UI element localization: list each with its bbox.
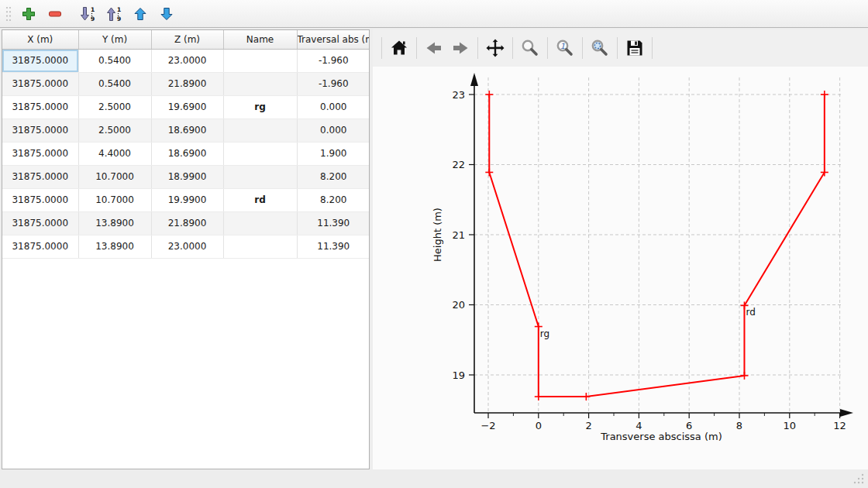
table-cell[interactable]: 8.200 <box>297 188 370 211</box>
plot-figure[interactable]: −20246810121920212223Transverse abscissa… <box>373 67 868 469</box>
x-tick-label: 2 <box>585 420 591 431</box>
zoom-selection-button[interactable] <box>587 35 613 61</box>
table-cell[interactable]: 18.6900 <box>151 119 223 142</box>
sort-asc-icon: 1 9 <box>105 5 122 22</box>
cross-section-chart[interactable]: −20246810121920212223Transverse abscissa… <box>373 67 868 469</box>
table-cell[interactable] <box>223 165 297 188</box>
table-cell[interactable]: rd <box>223 188 297 211</box>
svg-text:9: 9 <box>91 15 95 22</box>
table-cell[interactable]: -1.960 <box>297 72 370 95</box>
table-cell[interactable]: 11.390 <box>297 211 370 235</box>
column-header-z[interactable]: Z (m) <box>151 30 223 49</box>
back-view-button[interactable] <box>421 35 447 61</box>
table-cell[interactable]: 31875.0000 <box>2 119 78 142</box>
pan-button[interactable] <box>482 35 508 61</box>
table-cell[interactable] <box>223 235 297 258</box>
arrow-down-icon <box>159 6 174 22</box>
plot-panel: 1 <box>373 29 868 469</box>
points-table-panel: X (m) Y (m) Z (m) Name Traversal abs (m)… <box>2 29 370 469</box>
table-row: 31875.000013.890023.000011.390 <box>2 235 370 258</box>
application-window: 1 9 1 9 <box>0 0 868 488</box>
table-cell[interactable]: 1.900 <box>297 142 370 165</box>
table-row: 31875.00000.540021.8900-1.960 <box>2 72 370 95</box>
table-cell[interactable]: 8.200 <box>297 165 370 188</box>
table-cell[interactable]: 31875.0000 <box>2 235 78 258</box>
table-cell[interactable]: 13.8900 <box>78 235 151 258</box>
arrow-up-icon <box>133 6 148 22</box>
table-cell[interactable] <box>223 119 297 142</box>
table-cell[interactable]: 23.0000 <box>151 235 223 258</box>
table-cell[interactable]: 19.6900 <box>151 95 223 119</box>
table-cell[interactable]: 18.9900 <box>151 165 223 188</box>
toolbar-separator <box>617 37 618 59</box>
table-row: 31875.000010.700019.9900rd8.200 <box>2 188 370 211</box>
forward-view-button[interactable] <box>447 35 474 61</box>
table-cell[interactable]: 21.8900 <box>151 72 223 95</box>
table-cell[interactable] <box>223 142 297 165</box>
table-cell[interactable]: 31875.0000 <box>2 211 78 235</box>
table-cell[interactable] <box>223 211 297 235</box>
remove-point-button[interactable] <box>43 2 67 26</box>
toolbar-separator <box>652 37 653 59</box>
home-icon <box>389 38 409 58</box>
x-tick-label: 12 <box>833 420 846 431</box>
sort-descending-button[interactable]: 1 9 <box>76 2 99 26</box>
table-cell[interactable]: 31875.0000 <box>2 188 78 211</box>
move-down-button[interactable] <box>155 2 178 26</box>
table-cell[interactable]: 23.0000 <box>151 49 223 72</box>
table-cell[interactable]: 31875.0000 <box>2 72 78 95</box>
table-cell[interactable]: 2.5000 <box>78 95 151 119</box>
save-figure-button[interactable] <box>622 35 648 61</box>
table-cell[interactable]: 0.5400 <box>78 49 151 72</box>
table-cell[interactable]: 10.7000 <box>78 188 151 211</box>
toolbar-separator <box>512 37 513 59</box>
x-axis-label: Transverse abscissa (m) <box>600 431 722 442</box>
table-cell[interactable]: 11.390 <box>297 235 370 258</box>
back-arrow-icon <box>424 38 444 58</box>
point-label: rd <box>746 307 755 318</box>
table-cell[interactable]: 31875.0000 <box>2 95 78 119</box>
table-cell[interactable]: 21.8900 <box>151 211 223 235</box>
svg-text:1: 1 <box>117 5 121 12</box>
pan-icon <box>485 38 505 58</box>
x-tick-label: 10 <box>784 420 797 431</box>
add-point-button[interactable] <box>17 2 40 26</box>
zoom-one-to-one-button[interactable]: 1 <box>552 35 578 61</box>
table-cell[interactable]: 0.000 <box>297 95 370 119</box>
table-cell[interactable]: 18.6900 <box>151 142 223 165</box>
table-cell[interactable]: 10.7000 <box>78 165 151 188</box>
move-up-button[interactable] <box>129 2 152 26</box>
x-tick-label: 8 <box>736 420 742 431</box>
window-resize-grip[interactable] <box>852 473 865 485</box>
table-header-row: X (m) Y (m) Z (m) Name Traversal abs (m) <box>2 30 370 49</box>
table-cell[interactable]: 19.9900 <box>151 188 223 211</box>
column-header-y[interactable]: Y (m) <box>78 30 151 49</box>
table-cell[interactable]: 13.8900 <box>78 211 151 235</box>
sort-desc-icon: 1 9 <box>79 5 96 22</box>
column-header-x[interactable]: X (m) <box>2 30 78 49</box>
toolbar-separator <box>416 37 417 59</box>
column-header-name[interactable]: Name <box>223 30 297 49</box>
home-view-button[interactable] <box>386 35 412 61</box>
table-cell[interactable]: 4.4000 <box>78 142 151 165</box>
table-cell[interactable]: rg <box>223 95 297 119</box>
table-cell[interactable] <box>223 49 297 72</box>
table-cell[interactable]: 0.000 <box>297 119 370 142</box>
profile-line <box>489 95 825 397</box>
x-tick-label: −2 <box>480 420 495 431</box>
table-cell[interactable]: 31875.0000 <box>2 142 78 165</box>
y-tick-label: 19 <box>452 369 465 381</box>
table-cell[interactable]: 2.5000 <box>78 119 151 142</box>
zoom-button[interactable] <box>517 35 543 61</box>
x-axis-arrow <box>840 409 853 417</box>
table-cell[interactable]: -1.960 <box>297 49 370 72</box>
table-row: 31875.00002.500019.6900rg0.000 <box>2 95 370 119</box>
table-cell[interactable]: 31875.0000 <box>2 165 78 188</box>
toolbar-grip-handle[interactable] <box>3 5 14 22</box>
sort-ascending-button[interactable]: 1 9 <box>102 2 126 26</box>
column-header-traversal-abs[interactable]: Traversal abs (m) <box>297 30 370 49</box>
table-cell[interactable] <box>223 72 297 95</box>
table-cell[interactable]: 0.5400 <box>78 72 151 95</box>
table-cell[interactable]: 31875.0000 <box>2 49 78 72</box>
toolbar-separator <box>477 37 478 59</box>
